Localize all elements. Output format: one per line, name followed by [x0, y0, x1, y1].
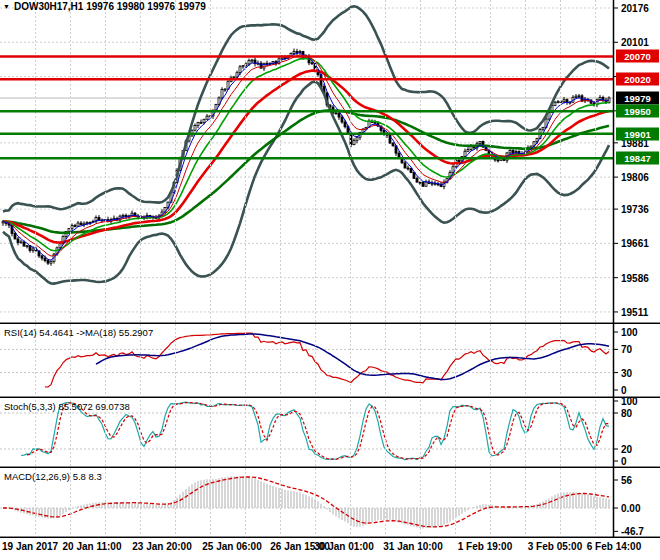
support-price-badge: 19901 — [616, 127, 659, 140]
candle-body — [74, 225, 76, 226]
rsi-tick-label: 100 — [621, 327, 638, 338]
candle-body — [248, 61, 250, 64]
candle-body — [98, 218, 100, 221]
macd-tick-label: -46.7 — [621, 526, 644, 537]
trading-chart-window: ▼ DOW30H17,H1 19976 19980 19976 19979 RS… — [0, 0, 660, 560]
candle-body — [575, 96, 577, 97]
stoch-tick-label: 100 — [621, 396, 638, 407]
macd-tick-label: 0.00 — [621, 503, 640, 514]
price-tick-label: 19736 — [621, 204, 649, 215]
current-price-badge: 19979 — [616, 92, 659, 105]
support-price-badge: 19950 — [616, 105, 659, 118]
candle-body — [71, 225, 73, 228]
candle-body — [14, 233, 16, 239]
macd-histogram — [3, 476, 609, 528]
candle-body — [296, 51, 298, 52]
rsi-line — [45, 333, 609, 387]
candle-body — [458, 161, 460, 162]
stoch-tick-label: 0 — [621, 456, 627, 467]
resistance-price-badge: 20020 — [616, 73, 659, 86]
candle-body — [206, 116, 208, 119]
price-axis[interactable]: 2017620101200261995119881198061973619661… — [614, 0, 660, 538]
candle-body — [425, 182, 427, 186]
rsi-panel — [0, 333, 613, 387]
candle-body — [335, 113, 337, 114]
candle-body — [356, 137, 358, 140]
candle-body — [554, 102, 556, 105]
candle-body — [338, 113, 340, 117]
price-tick-label: 19806 — [621, 172, 649, 183]
time-axis-label: 20 Jan 11:00 — [63, 541, 122, 552]
candle-body — [233, 77, 235, 78]
time-axis-label: 31 Jan 10:00 — [383, 541, 443, 552]
time-axis-label: 30 Jan 01:00 — [314, 541, 374, 552]
candle-body — [224, 89, 226, 90]
candle-body — [77, 223, 79, 226]
rsi-tick-label: 70 — [621, 344, 632, 355]
candle-body — [194, 125, 196, 130]
time-axis-label: 6 Feb 14:00 — [587, 541, 641, 552]
candle-body — [68, 229, 70, 232]
candle-body — [200, 122, 202, 123]
candle-body — [419, 182, 421, 183]
candle-body — [59, 244, 61, 248]
macd-tick-label: 56 — [621, 475, 632, 486]
time-axis[interactable]: 19 Jan 201720 Jan 11:0023 Jan 20:0025 Ja… — [0, 538, 660, 560]
price-tick-label: 19511 — [621, 306, 648, 317]
bollinger-upper-line — [3, 6, 609, 211]
candle-body — [341, 117, 343, 122]
candle-body — [509, 150, 511, 152]
chart-title: ▼ DOW30H17,H1 19976 19980 19976 19979 — [3, 1, 206, 12]
candle-body — [41, 256, 43, 258]
candle-body — [344, 122, 346, 127]
candle-body — [197, 122, 199, 125]
candle-body — [407, 168, 409, 169]
candle-body — [242, 66, 244, 67]
support-price-badge: 19847 — [616, 152, 659, 165]
resistance-price-badge: 20070 — [616, 50, 659, 63]
candle-body — [497, 160, 499, 161]
candle-body — [566, 100, 568, 102]
time-axis-label: 1 Feb 19:00 — [458, 541, 512, 552]
candle-body — [311, 63, 313, 64]
candle-body — [563, 100, 565, 102]
candle-body — [50, 261, 52, 263]
chart-title-text: DOW30H17,H1 19976 19980 19976 19979 — [14, 1, 206, 12]
candle-body — [464, 151, 466, 156]
price-tick-label: 20101 — [621, 37, 649, 48]
candle-body — [467, 149, 469, 151]
candle-body — [221, 89, 223, 97]
candle-body — [239, 67, 241, 73]
candle-body — [353, 140, 355, 144]
time-axis-label: 25 Jan 06:00 — [202, 541, 262, 552]
stoch-tick-label: 80 — [621, 408, 632, 419]
candle-body — [542, 127, 544, 129]
stoch-indicator-label: Stoch(5,3,3) 85.5072 69.0738 — [4, 401, 130, 412]
candle-body — [479, 142, 481, 144]
candle-body — [80, 223, 82, 225]
stoch-tick-label: 20 — [621, 444, 632, 455]
candle-body — [23, 242, 25, 246]
price-tick-label: 19586 — [621, 272, 649, 283]
candle-body — [293, 51, 295, 53]
ma-slow-green-line — [3, 110, 609, 232]
candle-body — [251, 60, 253, 61]
candle-body — [32, 249, 34, 250]
macd-indicator-label: MACD(12,26,9) 5.8 8.3 — [4, 471, 102, 482]
rsi-tick-label: 0 — [621, 385, 627, 396]
candle-body — [431, 183, 433, 184]
candle-body — [512, 150, 514, 152]
ma-red-line — [3, 71, 609, 243]
time-axis-label: 23 Jan 20:00 — [132, 541, 192, 552]
candle-body — [26, 246, 28, 247]
candle-body — [122, 215, 124, 216]
price-tick-label: 19661 — [621, 238, 649, 249]
ohlc-dropdown-icon[interactable]: ▼ — [3, 2, 10, 12]
candle-body — [17, 239, 19, 243]
time-axis-label: 19 Jan 2017 — [2, 541, 58, 552]
candle-body — [557, 102, 559, 103]
candle-body — [44, 258, 46, 260]
candle-body — [392, 143, 394, 146]
rsi-tick-label: 30 — [621, 367, 632, 378]
candle-body — [404, 163, 406, 168]
